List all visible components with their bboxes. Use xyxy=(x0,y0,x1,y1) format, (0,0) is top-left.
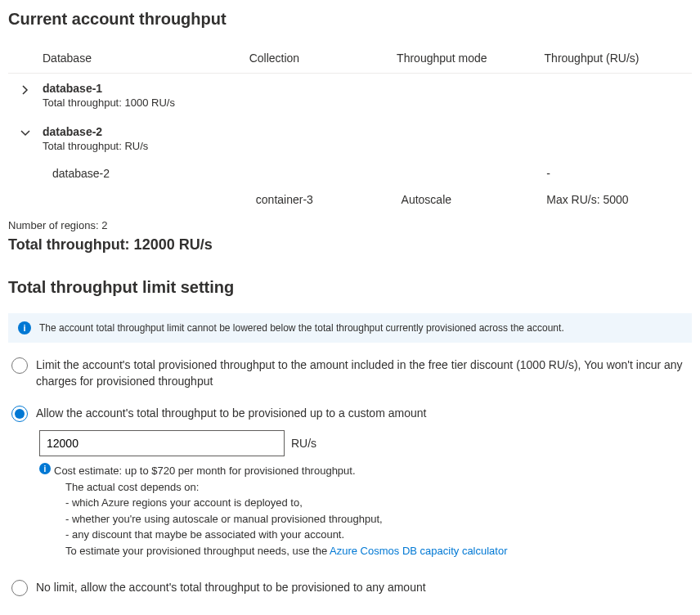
current-throughput-title: Current account throughput xyxy=(8,10,692,29)
table-row: container-3 Autoscale Max RU/s: 5000 xyxy=(8,186,692,213)
throughput-table-header: Database Collection Throughput mode Thro… xyxy=(8,45,692,74)
cost-line: To estimate your provisioned throughput … xyxy=(65,545,330,557)
database-name: database-1 xyxy=(43,82,249,95)
capacity-calculator-link[interactable]: Azure Cosmos DB capacity calculator xyxy=(330,545,507,557)
cost-line: - whether you're using autoscale or manu… xyxy=(65,513,383,525)
radio-label: No limit, allow the account's total thro… xyxy=(36,580,426,596)
limit-setting-title: Total throughput limit setting xyxy=(8,278,692,297)
radio-custom-amount[interactable] xyxy=(11,406,28,422)
cost-line: - which Azure regions your account is de… xyxy=(65,496,303,509)
database-row[interactable]: database-2 Total throughput: RU/s xyxy=(8,117,692,160)
total-throughput: Total throughput: 12000 RU/s xyxy=(8,236,692,254)
database-subtext: Total throughput: 1000 RU/s xyxy=(43,97,249,109)
header-mode: Throughput mode xyxy=(397,52,544,65)
header-collection: Collection xyxy=(249,52,397,65)
cell-throughput: - xyxy=(546,167,692,180)
radio-label: Limit the account's total provisioned th… xyxy=(36,357,692,389)
radio-option-no-limit[interactable]: No limit, allow the account's total thro… xyxy=(11,580,692,596)
radio-option-custom[interactable]: Allow the account's total throughput to … xyxy=(11,406,692,422)
info-banner: i The account total throughput limit can… xyxy=(8,313,692,343)
cell-throughput: Max RU/s: 5000 xyxy=(546,193,692,206)
radio-free-tier[interactable] xyxy=(11,357,28,374)
header-throughput: Throughput (RU/s) xyxy=(545,52,692,65)
table-row: database-2 - xyxy=(8,160,692,186)
cell-mode: Autoscale xyxy=(402,193,547,206)
cost-line: The actual cost depends on: xyxy=(65,481,199,493)
cell-collection: container-3 xyxy=(256,193,402,206)
header-database: Database xyxy=(43,52,249,65)
database-name: database-2 xyxy=(43,125,249,138)
cost-line: Cost estimate: up to $720 per month for … xyxy=(54,465,356,477)
unit-label: RU/s xyxy=(291,437,316,450)
radio-option-free-tier[interactable]: Limit the account's total provisioned th… xyxy=(11,357,692,389)
info-icon: i xyxy=(39,463,51,474)
radio-no-limit[interactable] xyxy=(11,580,28,596)
regions-count: Number of regions: 2 xyxy=(8,219,692,231)
database-row[interactable]: database-1 Total throughput: 1000 RU/s xyxy=(8,74,692,117)
database-subtext: Total throughput: RU/s xyxy=(43,140,249,152)
info-banner-text: The account total throughput limit canno… xyxy=(39,322,564,334)
cost-line: - any discount that maybe be associated … xyxy=(65,528,344,541)
custom-amount-input[interactable] xyxy=(39,430,285,456)
info-icon: i xyxy=(18,321,31,334)
radio-label: Allow the account's total throughput to … xyxy=(36,406,426,422)
cell-database: database-2 xyxy=(52,167,256,180)
cost-estimate: i Cost estimate: up to $720 per month fo… xyxy=(39,463,692,559)
chevron-right-icon[interactable] xyxy=(8,82,43,95)
chevron-down-icon[interactable] xyxy=(8,125,43,138)
